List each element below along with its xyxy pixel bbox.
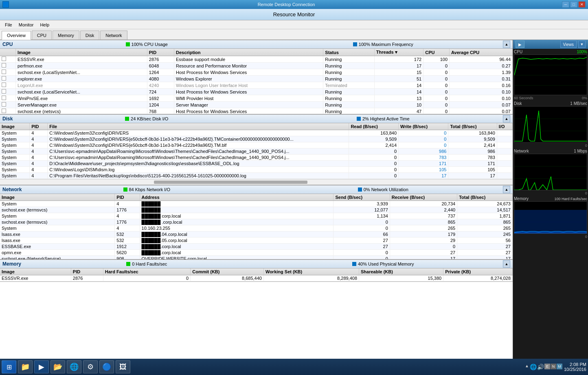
memory-table-container[interactable]: Image PID Hard Faults/sec Commit (KB) Wo… xyxy=(0,268,513,281)
network-table-row[interactable]: svchost.exe (termsvcs) 1776 ██████ .corp… xyxy=(0,219,513,225)
cpu-row-checkbox[interactable] xyxy=(2,96,6,100)
network-table-row[interactable]: opmn.exe 5620 ██████.corp.local 0 27 27 xyxy=(0,250,513,256)
cpu-table-container[interactable]: Image PID Description Status Threads ▾ C… xyxy=(0,49,513,114)
net-col-recv: Receive (B/sec) xyxy=(390,194,457,201)
tray-icon3: M xyxy=(557,364,562,369)
cpu-row-checkbox[interactable] xyxy=(2,83,6,87)
disk-table-row[interactable]: System 4 C:\Windows\System32\config\DRIV… xyxy=(0,142,513,148)
network-table-container[interactable]: Image PID Address Send (B/sec) Receive (… xyxy=(0,194,513,259)
net-row-pid: 1776 xyxy=(115,207,140,213)
network-section-header[interactable]: Network 84 Kbps Network I/O 0% Network U… xyxy=(0,185,513,194)
disk-table-row[interactable]: System 4 C:\Users\svc-epmadmin\AppData\R… xyxy=(0,148,513,155)
disk-table: Image PID File Read (B/sec) Write (B/sec… xyxy=(0,123,513,179)
cpu-section-header[interactable]: CPU 100% CPU Usage 100% Maximum Frequenc… xyxy=(0,40,513,49)
disk-col-pid: PID xyxy=(30,123,48,130)
cpu-row-pid: 4240 xyxy=(147,82,174,89)
cpu-row-checkbox[interactable] xyxy=(2,76,6,81)
rm-title: Resource Monitor xyxy=(273,11,315,17)
cpu-collapse-button[interactable]: ▲ xyxy=(503,41,510,48)
cpu-table-row[interactable]: perfmon.exe 6048 Resource and Performanc… xyxy=(0,63,513,69)
menu-file[interactable]: File xyxy=(2,22,15,28)
cpu-row-checkbox[interactable] xyxy=(2,70,6,74)
network-table-row[interactable]: System 4 ██████ 3,939 20,734 24,673 xyxy=(0,201,513,207)
taskbar-gear-button[interactable]: ⚙ xyxy=(83,360,98,373)
disk-row-total: 986 xyxy=(448,148,497,155)
disk-table-row[interactable]: System 4 C:\Program Files\Veritas\NetBac… xyxy=(0,173,513,179)
cpu-row-checkbox[interactable] xyxy=(2,89,6,94)
network-blue-dot xyxy=(358,188,362,192)
cpu-row-threads: 47 xyxy=(374,108,423,114)
cpu-table-row[interactable]: ESSSVR.exe 2876 Essbase support module R… xyxy=(0,56,513,63)
cpu-graph xyxy=(514,55,587,95)
net-row-addr: ██████.05.corp.local xyxy=(140,238,333,244)
disk-table-row[interactable]: System 4 C:\Windows\Logs\DISM\dism.log 0… xyxy=(0,167,513,173)
tab-overview[interactable]: Overview xyxy=(2,31,31,40)
network-table-row[interactable]: lsass.exe 532 ██████.04.corp.local 66 17… xyxy=(0,231,513,238)
network-table: Image PID Address Send (B/sec) Receive (… xyxy=(0,194,513,259)
tab-disk[interactable]: Disk xyxy=(80,31,99,39)
cpu-row-cpu: 100 xyxy=(423,56,450,63)
cpu-row-checkbox[interactable] xyxy=(2,57,6,61)
memory-collapse-button[interactable]: ▲ xyxy=(503,260,510,268)
taskbar-explorer-button[interactable]: 📁 xyxy=(18,360,33,373)
net-row-recv: 179 xyxy=(390,231,457,238)
cpu-row-avg: 0.10 xyxy=(450,95,513,102)
menu-help[interactable]: Help xyxy=(37,22,53,28)
disk-section-header[interactable]: Disk 24 KB/sec Disk I/O 2% Highest Activ… xyxy=(0,114,513,123)
svg-rect-7 xyxy=(514,154,587,190)
views-button[interactable]: Views xyxy=(560,41,577,48)
cpu-row-cpu: 0 xyxy=(423,102,450,108)
disk-graph-svg xyxy=(514,107,587,143)
nav-arrow-button[interactable]: ▶ xyxy=(516,41,524,48)
cpu-graph-label: CPU xyxy=(514,50,522,54)
cpu-row-checkbox[interactable] xyxy=(2,102,6,107)
disk-table-container[interactable]: Image PID File Read (B/sec) Write (B/sec… xyxy=(0,123,513,179)
taskbar-app2-button[interactable]: 🖼 xyxy=(116,360,130,373)
rdc-close-button[interactable]: ✕ xyxy=(578,1,586,8)
network-table-row[interactable]: System 4 ██████ corp.local 1,134 737 1,8… xyxy=(0,213,513,219)
taskbar-ps-button[interactable]: ▶ xyxy=(34,360,49,373)
cpu-row-checkbox[interactable] xyxy=(2,109,6,113)
menu-monitor[interactable]: Monitor xyxy=(15,22,37,28)
cpu-table-row[interactable]: LogonUI.exe 4240 Windows Logon User Inte… xyxy=(0,82,513,89)
disk-table-row[interactable]: System 4 C:\Windows\System32\config\DRIV… xyxy=(0,136,513,142)
network-table-row[interactable]: svchost.exe (termsvcs) 1776 ██████ 12,07… xyxy=(0,207,513,213)
disk-table-row[interactable]: System 4 C:\Windows\System32\config\DRIV… xyxy=(0,130,513,136)
memory-section-header[interactable]: Memory 0 Hard Faults/sec 40% Used Physic… xyxy=(0,259,513,268)
cpu-table-row[interactable]: explorer.exe 4080 Windows Explorer Runni… xyxy=(0,76,513,82)
views-dropdown-button[interactable]: ▼ xyxy=(578,41,586,48)
disk-row-pid: 4 xyxy=(30,142,48,148)
network-table-row[interactable]: lsass.exe 532 ██████.05.corp.local 27 29… xyxy=(0,238,513,244)
net-row-total: 14,517 xyxy=(457,207,513,213)
cpu-row-avg: 0.16 xyxy=(450,82,513,89)
disk-table-row[interactable]: System 4 D:\Oracle\Middleware\user_proje… xyxy=(0,161,513,167)
cpu-row-pid: 724 xyxy=(147,89,174,95)
tray-arrow-button[interactable]: ▲ xyxy=(525,364,529,370)
disk-row-image: System xyxy=(0,130,30,136)
disk-hscroll[interactable] xyxy=(0,179,513,185)
mem-row-private: 8,274,028 xyxy=(443,275,513,281)
tab-memory[interactable]: Memory xyxy=(53,31,79,39)
taskbar-app1-button[interactable]: 🔵 xyxy=(99,360,114,373)
rdc-maximize-button[interactable]: □ xyxy=(570,1,577,8)
network-table-row[interactable]: ESSBASE.exe 1912 ██████.corp.local 27 0 … xyxy=(0,244,513,250)
network-table-row[interactable]: svchost.exe (NetworkService) 908 OVERRID… xyxy=(0,256,513,259)
disk-table-row[interactable]: System 4 C:\Users\svc-epmadmin\AppData\R… xyxy=(0,155,513,161)
tab-network[interactable]: Network xyxy=(100,31,127,39)
net-row-pid: 532 xyxy=(115,231,140,238)
cpu-table-row[interactable]: svchost.exe (netsvcs) 768 Host Process f… xyxy=(0,108,513,114)
taskbar-folder-button[interactable]: 📂 xyxy=(50,360,65,373)
cpu-table-row[interactable]: svchost.exe (LocalServiceNet... 724 Host… xyxy=(0,89,513,95)
cpu-table-row[interactable]: svchost.exe (LocalSystemNet... 1264 Host… xyxy=(0,69,513,76)
tab-cpu[interactable]: CPU xyxy=(32,31,52,39)
disk-collapse-button[interactable]: ▲ xyxy=(503,115,510,122)
cpu-table-row[interactable]: ServerManager.exe 1204 Server Manager Ru… xyxy=(0,102,513,108)
network-collapse-button[interactable]: ▲ xyxy=(503,186,510,193)
cpu-row-checkbox[interactable] xyxy=(2,63,6,68)
start-button[interactable]: ⊞ xyxy=(2,360,16,373)
memory-table-row[interactable]: ESSSVR.exe 2876 0 8,685,440 8,289,408 15… xyxy=(0,275,513,281)
taskbar-globe-button[interactable]: 🌐 xyxy=(67,360,81,373)
cpu-table-row[interactable]: WmiPrvSE.exe 1692 WMI Provider Host Runn… xyxy=(0,95,513,102)
rdc-minimize-button[interactable]: ─ xyxy=(562,1,569,8)
network-table-row[interactable]: System 4 10.160.23.255 0 265 265 xyxy=(0,225,513,231)
